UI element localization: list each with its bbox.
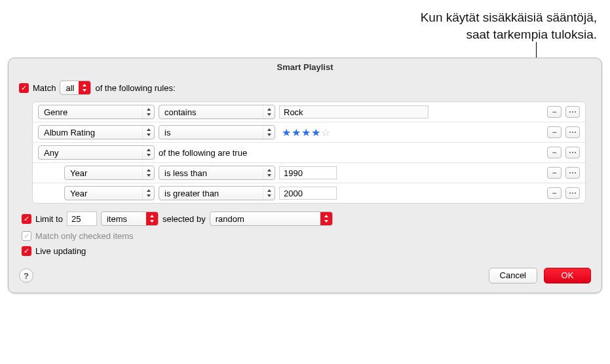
match-mode-value: all [66,83,74,93]
limit-unit-select[interactable]: items [101,211,159,226]
chevron-updown-icon [142,105,154,118]
rule-options-button[interactable]: ⋯ [565,187,580,199]
limit-by-label: selected by [162,214,206,224]
rule-operator-value: contains [164,107,196,117]
rule-operator-select[interactable]: is greater than [159,186,275,200]
smart-playlist-dialog: Smart Playlist ✓ Match all of the follow… [8,58,602,293]
chevron-updown-icon [263,166,275,179]
limit-unit-value: items [107,214,127,224]
chevron-updown-icon [320,212,332,225]
remove-rule-button[interactable]: − [547,147,562,158]
rule-operator-select[interactable]: is less than [159,166,275,180]
annotation-line1: Kun käytät sisäkkäisiä sääntöjä, [421,9,597,26]
rule-options-button[interactable]: ⋯ [565,167,580,179]
rule-value-input[interactable] [279,166,337,179]
chevron-updown-icon [146,212,158,225]
rule-value-input[interactable] [279,105,429,118]
rule-field-value: Year [70,189,87,198]
chevron-updown-icon [263,187,275,200]
rule-field-select[interactable]: Any [38,145,155,160]
rules-list: Genre contains − ⋯ Album Rating is [32,101,586,204]
chevron-updown-icon [142,126,154,139]
match-prefix: Match [33,83,56,93]
match-mode-select[interactable]: all [60,81,91,95]
nested-rule-row: Year is greater than − ⋯ [33,183,585,203]
chevron-updown-icon [263,105,275,118]
limit-row: ✓ Limit to items selected by random [22,211,591,226]
rule-operator-value: is greater than [164,189,219,198]
dialog-footer: ? Cancel OK [9,261,601,283]
star-rating[interactable]: ★★★★☆ [279,126,331,139]
remove-rule-button[interactable]: − [547,187,562,199]
annotation-line2: saat tarkempia tuloksia. [421,26,597,43]
limit-count-input[interactable] [67,211,97,226]
help-button[interactable]: ? [19,268,33,283]
match-suffix: of the following rules: [95,83,175,93]
rule-options-button[interactable]: ⋯ [565,106,580,118]
remove-rule-button[interactable]: − [547,167,562,179]
rule-operator-select[interactable]: contains [159,105,275,119]
rule-field-value: Any [44,148,58,158]
rule-operator-value: is [164,128,170,137]
rule-field-select[interactable]: Genre [38,105,155,119]
rule-operator-select[interactable]: is [159,125,275,139]
chevron-updown-icon [79,81,90,94]
live-updating-label: Live updating [35,246,86,256]
rule-operator-value: is less than [164,168,207,178]
rule-field-select[interactable]: Year [64,186,155,200]
rule-row: Genre contains − ⋯ [33,102,585,122]
limit-checkbox[interactable]: ✓ [22,214,31,224]
rule-field-value: Year [70,168,87,178]
match-row: ✓ Match all of the following rules: [19,81,591,95]
limit-label: Limit to [35,214,63,224]
rule-field-value: Genre [44,107,67,117]
chevron-updown-icon [142,166,154,179]
match-checked-checkbox: ✓ [22,231,31,241]
annotation-text: Kun käytät sisäkkäisiä sääntöjä, saat ta… [421,9,597,43]
ok-button[interactable]: OK [544,268,591,283]
rule-row: Album Rating is ★★★★☆ − ⋯ [33,122,585,143]
nested-rule-row: Year is less than − ⋯ [33,163,585,183]
remove-rule-button[interactable]: − [547,126,562,138]
match-checked-label: Match only checked items [35,231,134,241]
match-checkbox[interactable]: ✓ [19,83,29,93]
cancel-button[interactable]: Cancel [489,268,537,283]
rule-group-suffix: of the following are true [159,148,247,158]
live-updating-row: ✓ Live updating [22,246,591,256]
rule-group-row: Any of the following are true − ⋯ [33,143,585,163]
chevron-updown-icon [142,187,154,200]
dialog-title: Smart Playlist [9,58,601,75]
rule-field-select[interactable]: Album Rating [38,125,155,139]
rule-options-button[interactable]: ⋯ [565,126,580,138]
rule-field-value: Album Rating [44,128,95,137]
match-checked-row: ✓ Match only checked items [22,231,591,241]
chevron-updown-icon [263,126,275,139]
chevron-updown-icon [142,146,154,159]
limit-by-value: random [216,214,244,224]
rule-options-button[interactable]: ⋯ [565,147,580,158]
rule-value-input[interactable] [279,187,337,200]
live-updating-checkbox[interactable]: ✓ [22,246,31,256]
rule-field-select[interactable]: Year [64,166,155,180]
remove-rule-button[interactable]: − [547,106,562,118]
limit-by-select[interactable]: random [210,211,333,226]
